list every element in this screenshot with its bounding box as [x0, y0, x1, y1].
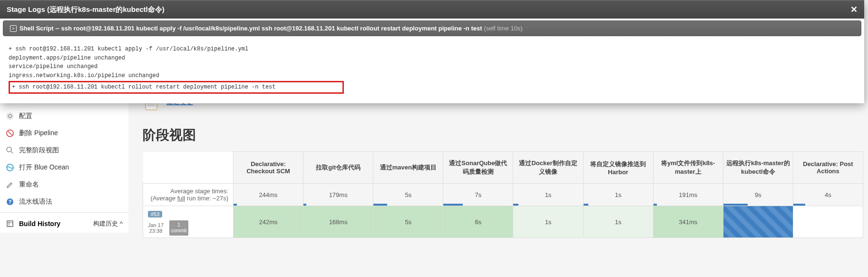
log-output: + ssh root@192.168.11.201 kubectl apply …: [0, 38, 864, 103]
modal-header: Stage Logs (远程执行k8s-master的kubectl命令) ✕: [0, 0, 864, 19]
sidebar-item-label: 流水线语法: [19, 198, 52, 206]
stage-view-title: 阶段视图: [143, 126, 863, 144]
run-cell-running[interactable]: [723, 206, 793, 238]
avg-row-header: Average stage times: (Average full run t…: [143, 184, 234, 206]
magnifier-icon: [6, 146, 14, 155]
run-badge[interactable]: #53: [148, 211, 162, 218]
close-icon[interactable]: ✕: [850, 4, 858, 15]
run-row-header: #53 Jan 17 23:38 1 commit: [143, 206, 234, 238]
run-date: Jan 17 23:38: [145, 220, 166, 236]
sidebar-item-label: 完整阶段视图: [19, 146, 59, 155]
run-cell[interactable]: 242ms: [234, 206, 303, 238]
stage-table: Declarative: Checkout SCM 拉取git仓库代码 通过ma…: [143, 151, 863, 238]
sidebar: 立即构建 配置 删除 Pipeline 完整阶段视图 打开 Blue Ocean…: [0, 90, 128, 233]
sidebar-item-full-stage-view[interactable]: 完整阶段视图: [0, 142, 128, 159]
avg-cell: 179ms: [303, 184, 373, 206]
run-cell[interactable]: 341ms: [653, 206, 723, 238]
blue-ocean-icon: [6, 163, 14, 172]
sidebar-item-label: 重命名: [19, 180, 39, 189]
build-history-trend-link[interactable]: 构建历史 ^: [93, 219, 123, 228]
delete-icon: [6, 129, 14, 138]
run-cell[interactable]: 168ms: [303, 206, 373, 238]
svg-point-3: [7, 147, 11, 152]
avg-cell: 191ms: [653, 184, 723, 206]
run-cell[interactable]: 6s: [443, 206, 513, 238]
stage-col-header: 将yml文件传到k8s-master上: [653, 152, 723, 184]
avg-cell: 9s: [723, 184, 793, 206]
build-history-header[interactable]: Build History 构建历史 ^: [0, 215, 128, 233]
commit-box[interactable]: 1 commit: [169, 220, 188, 236]
avg-cell: 1s: [513, 184, 583, 206]
sidebar-item-rename[interactable]: 重命名: [0, 176, 128, 193]
build-history-icon: [6, 219, 14, 228]
terminal-icon: >: [10, 25, 17, 32]
stage-col-header: Declarative: Post Actions: [793, 152, 863, 184]
divider: [0, 212, 128, 213]
edit-icon: [6, 180, 14, 189]
sidebar-item-configure[interactable]: 配置: [0, 108, 128, 125]
run-cell-pending[interactable]: [793, 206, 863, 238]
stage-col-header: 拉取git仓库代码: [303, 152, 373, 184]
sidebar-item-label: 配置: [19, 112, 32, 120]
sidebar-item-blue-ocean[interactable]: 打开 Blue Ocean: [0, 159, 128, 176]
modal-shell-header[interactable]: > Shell Script -- ssh root@192.168.11.20…: [3, 20, 861, 36]
svg-point-1: [9, 115, 11, 118]
avg-cell: 1s: [583, 184, 653, 206]
stage-col-header: 远程执行k8s-master的kubectl命令: [723, 152, 793, 184]
stage-col-header: Declarative: Checkout SCM: [234, 152, 303, 184]
svg-text:?: ?: [9, 199, 12, 205]
stage-col-header: 将自定义镜像推送到Harbor: [583, 152, 653, 184]
svg-rect-7: [7, 221, 13, 227]
sidebar-item-label: 删除 Pipeline: [19, 129, 58, 138]
sidebar-item-pipeline-syntax[interactable]: ? 流水线语法: [0, 193, 128, 210]
main-content: 最近变更 阶段视图 Declarative: Checkout SCM 拉取gi…: [143, 93, 863, 238]
stage-col-header: 通过maven构建项目: [373, 152, 443, 184]
run-cell[interactable]: 1s: [583, 206, 653, 238]
avg-cell: 4s: [793, 184, 863, 206]
gear-icon: [6, 112, 14, 120]
avg-cell: 244ms: [234, 184, 303, 206]
stage-col-header: 通过Docker制作自定义镜像: [513, 152, 583, 184]
avg-cell: 7s: [443, 184, 513, 206]
sidebar-item-label: 打开 Blue Ocean: [19, 163, 69, 172]
stage-col-header: 通过SonarQube做代码质量检测: [443, 152, 513, 184]
highlighted-log-line: + ssh root@192.168.11.201 kubectl rollou…: [9, 81, 344, 94]
modal-title: Stage Logs (远程执行k8s-master的kubectl命令): [7, 5, 165, 14]
run-cell[interactable]: 5s: [373, 206, 443, 238]
run-cell[interactable]: 1s: [513, 206, 583, 238]
stage-logs-modal: Stage Logs (远程执行k8s-master的kubectl命令) ✕ …: [0, 0, 864, 103]
sidebar-item-delete[interactable]: 删除 Pipeline: [0, 125, 128, 142]
build-history-label-text: Build History: [19, 220, 60, 228]
help-icon: ?: [6, 198, 14, 206]
avg-cell: 5s: [373, 184, 443, 206]
